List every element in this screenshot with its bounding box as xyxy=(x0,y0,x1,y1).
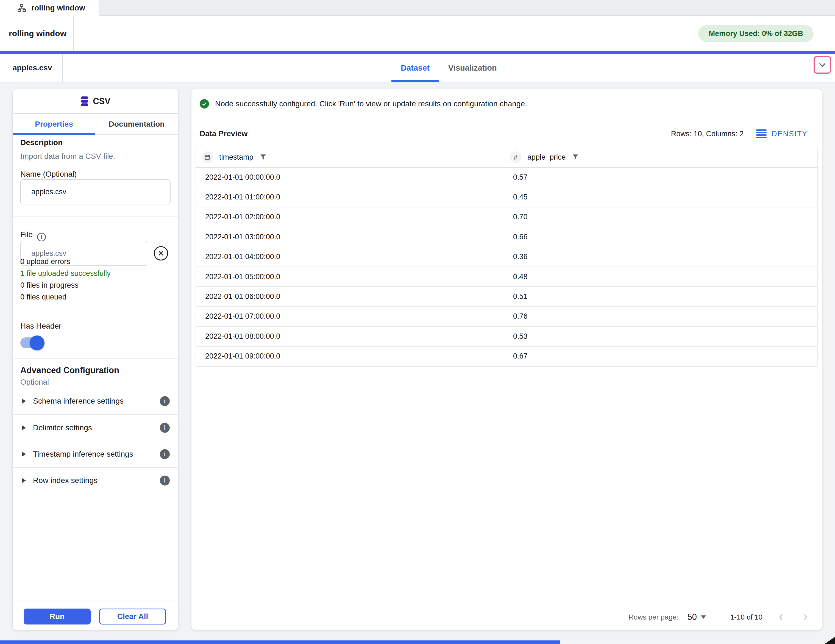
info-icon[interactable]: i xyxy=(160,449,170,459)
tab-properties[interactable]: Properties xyxy=(13,114,95,134)
tab-documentation[interactable]: Documentation xyxy=(95,114,178,134)
next-page-button[interactable] xyxy=(800,611,811,623)
advanced-sections: Schema inference settings i Delimiter se… xyxy=(13,388,178,493)
cell-apple-price: 0.70 xyxy=(504,207,817,227)
section-schema-inference[interactable]: Schema inference settings i xyxy=(13,388,178,414)
filter-icon[interactable] xyxy=(260,154,267,161)
filter-icon[interactable] xyxy=(572,154,579,161)
upload-status-block: 0 upload errors 1 file uploaded successf… xyxy=(20,256,111,303)
section-label: Timestamp inference settings xyxy=(33,450,133,459)
divider xyxy=(13,358,178,359)
expand-caret-icon xyxy=(22,425,26,430)
cell-timestamp: 2022-01-01 07:00:00.0 xyxy=(196,307,504,326)
cell-timestamp: 2022-01-01 04:00:00.0 xyxy=(196,247,504,267)
file-info-icon[interactable]: i xyxy=(37,233,46,242)
collapse-panel-button[interactable] xyxy=(814,56,831,74)
remove-file-button[interactable] xyxy=(154,246,168,260)
upload-errors-status: 0 upload errors xyxy=(20,256,111,268)
dataset-bar: apples.csv Dataset Visualization xyxy=(0,54,835,83)
properties-panel: CSV Properties Documentation Description… xyxy=(13,89,178,630)
name-input[interactable]: apples.csv xyxy=(20,179,171,205)
browser-tab-bar: rolling window xyxy=(0,0,835,16)
file-field-label: Filei xyxy=(20,230,170,242)
workflow-title: rolling window xyxy=(9,29,67,38)
pagination-bar: Rows per page: 50 1-10 of 10 xyxy=(629,607,811,627)
results-card: Node successfully configured. Click 'Run… xyxy=(192,89,822,630)
tab-visualization-label: Visualization xyxy=(448,63,497,73)
column-header-apple-price[interactable]: # apple_price xyxy=(504,147,817,167)
clear-all-button[interactable]: Clear All xyxy=(99,608,166,624)
info-icon[interactable]: i xyxy=(160,476,170,485)
app-window: rolling window rolling window Memory Use… xyxy=(0,0,835,644)
datetime-type-icon xyxy=(201,151,213,163)
section-label: Schema inference settings xyxy=(33,397,123,405)
table-row: 2022-01-01 04:00:00.0 0.36 xyxy=(196,247,817,267)
app-header: rolling window Memory Used: 0% of 32GB xyxy=(0,16,835,51)
table-row: 2022-01-01 06:00:00.0 0.51 xyxy=(196,287,817,307)
cell-timestamp: 2022-01-01 06:00:00.0 xyxy=(196,287,504,306)
node-file-tab[interactable]: apples.csv xyxy=(0,54,63,82)
cell-apple-price: 0.76 xyxy=(504,307,817,326)
info-icon[interactable]: i xyxy=(160,396,170,406)
previous-page-button[interactable] xyxy=(776,611,787,623)
content-area: CSV Properties Documentation Description… xyxy=(0,83,835,644)
table-row: 2022-01-01 08:00:00.0 0.53 xyxy=(196,327,817,346)
table-row: 2022-01-01 07:00:00.0 0.76 xyxy=(196,307,817,327)
view-tabs: Dataset Visualization xyxy=(63,54,835,82)
upload-success-status: 1 file uploaded successfully xyxy=(20,268,111,280)
memory-usage-badge: Memory Used: 0% of 32GB xyxy=(698,25,814,42)
toggle-knob xyxy=(30,335,44,350)
section-timestamp-inference[interactable]: Timestamp inference settings i xyxy=(13,441,178,467)
density-button[interactable]: DENSITY xyxy=(772,130,807,138)
properties-tab-underline xyxy=(13,133,95,135)
rows-columns-summary: Rows: 10, Columns: 2 xyxy=(671,130,744,138)
cell-timestamp: 2022-01-01 09:00:00.0 xyxy=(196,347,504,366)
expand-caret-icon xyxy=(22,478,26,483)
column-name: timestamp xyxy=(219,153,253,161)
cell-apple-price: 0.67 xyxy=(504,347,817,366)
info-icon[interactable]: i xyxy=(160,423,170,433)
flow-icon xyxy=(17,3,26,13)
chevron-right-icon xyxy=(800,611,811,623)
tab-dataset[interactable]: Dataset xyxy=(392,54,439,82)
table-header-row: timestamp # apple_price xyxy=(196,147,817,168)
section-delimiter[interactable]: Delimiter settings i xyxy=(13,414,178,441)
cell-apple-price: 0.51 xyxy=(504,287,817,306)
run-button[interactable]: Run xyxy=(24,608,91,624)
browser-tab[interactable]: rolling window xyxy=(0,0,99,16)
node-file-tab-label: apples.csv xyxy=(13,63,52,72)
table-row: 2022-01-01 09:00:00.0 0.67 xyxy=(196,347,817,366)
upload-queued-status: 0 files queued xyxy=(20,291,111,303)
rows-per-page-select[interactable]: 50 xyxy=(687,612,706,622)
tab-visualization[interactable]: Visualization xyxy=(439,54,506,82)
description-label: Description xyxy=(20,138,170,147)
section-row-index[interactable]: Row index settings i xyxy=(13,467,178,493)
table-row: 2022-01-01 02:00:00.0 0.70 xyxy=(196,207,817,227)
node-type-label: CSV xyxy=(93,96,110,106)
active-tab-underline xyxy=(392,80,439,82)
has-header-toggle[interactable] xyxy=(20,337,44,348)
advanced-config-subtitle: Optional xyxy=(20,378,170,387)
density-icon[interactable] xyxy=(756,129,767,138)
file-field-label-text: File xyxy=(20,230,32,239)
description-text: Import data from a CSV file. xyxy=(20,152,170,161)
divider xyxy=(13,600,178,601)
tab-dataset-label: Dataset xyxy=(401,63,430,73)
table-row: 2022-01-01 00:00:00.0 0.57 xyxy=(196,168,817,187)
panel-tabs: Properties Documentation xyxy=(13,114,178,135)
column-header-timestamp[interactable]: timestamp xyxy=(196,147,504,167)
workflow-title-cell[interactable]: rolling window xyxy=(0,16,74,51)
x-icon xyxy=(158,250,164,257)
section-label: Row index settings xyxy=(33,476,97,485)
database-icon xyxy=(80,96,89,106)
progress-bar xyxy=(0,51,835,54)
data-preview-title: Data Preview xyxy=(200,129,247,138)
tab-documentation-label: Documentation xyxy=(109,120,165,128)
cell-timestamp: 2022-01-01 05:00:00.0 xyxy=(196,267,504,286)
cell-apple-price: 0.66 xyxy=(504,227,817,246)
cell-apple-price: 0.48 xyxy=(504,267,817,286)
rows-per-page-label: Rows per page: xyxy=(629,613,678,621)
cell-apple-price: 0.45 xyxy=(504,187,817,207)
name-input-value: apples.csv xyxy=(31,188,67,196)
corner-resize-mark xyxy=(825,637,835,644)
